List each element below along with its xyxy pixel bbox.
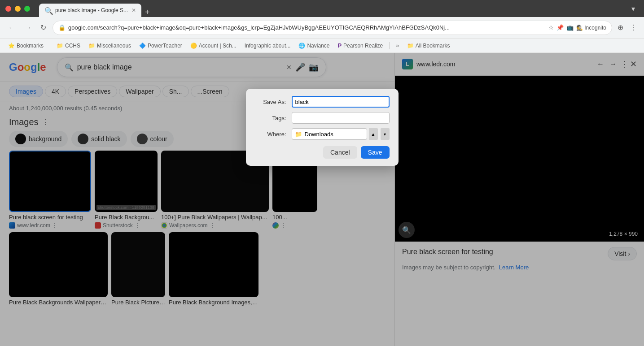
folder-icon: 📁 [57,43,63,49]
active-tab[interactable]: 🔍 pure black image - Google S... ✕ [39,4,141,17]
where-control: 📁 Downloads ▲ ▾ [292,128,390,140]
url-text: google.com/search?q=pure+black+image&oq=… [68,24,546,31]
page-content: Google 🔍 pure black image ✕ 🎤 📷 ⚙ ⠿ Sign… [0,53,644,346]
save-as-input[interactable] [292,96,390,108]
forward-button[interactable]: → [22,22,34,34]
nav-bar: ← → ↻ 🔒 google.com/search?q=pure+black+i… [0,17,644,39]
pearson-icon: P [337,42,342,49]
address-bar[interactable]: 🔒 google.com/search?q=pure+black+image&o… [53,21,612,35]
naviance-icon: 🌐 [298,43,305,49]
nav-icons: ⊕ ⋮ [616,22,639,34]
save-as-label: Save As: [255,99,286,105]
cancel-button[interactable]: Cancel [323,146,357,159]
all-bookmarks-icon: » [396,43,399,49]
tab-favicon: 🔍 [44,7,52,14]
bookmark-more-separator [389,42,390,49]
where-expand-button[interactable]: ▾ [381,128,390,140]
bookmark-powerteacher-label: PowerTeacher [148,43,182,49]
tags-input[interactable] [292,112,390,124]
extensions-button[interactable]: ⊕ [616,22,625,34]
minimize-traffic-light[interactable] [15,6,21,12]
new-tab-button[interactable]: + [141,8,153,17]
close-traffic-light[interactable] [5,6,11,12]
bookmark-label: Bookmarks [17,43,44,49]
extension-icon[interactable]: 📌 [556,24,564,31]
chrome-menu-button[interactable]: ⋮ [628,22,639,34]
bookmark-infographic[interactable]: Infographic about... [242,41,294,51]
save-dialog-overlay: Save As: Tags: Where: 📁 Downloads [0,53,644,346]
bookmarks-bar: ⭐ Bookmarks 📁 CCHS 📁 Miscellaneous 🔷 Pow… [0,39,644,53]
bookmark-pearson[interactable]: P Pearson Realize [335,41,386,51]
save-as-row: Save As: [255,96,390,108]
where-up-arrow[interactable]: ▲ [369,128,378,140]
bookmark-powerteacher[interactable]: 🔷 PowerTeacher [136,41,185,51]
maximize-traffic-light[interactable] [24,6,30,12]
cast-icon[interactable]: 📺 [566,24,574,31]
tab-close-button[interactable]: ✕ [131,7,136,13]
star-bookmark-icon: ⭐ [8,43,15,49]
bookmark-cchs[interactable]: 📁 CCHS [54,41,83,51]
where-value: Downloads [305,131,333,138]
tabs-bar: 🔍 pure black image - Google S... ✕ + [39,0,624,17]
traffic-lights [5,6,30,12]
bookmark-account[interactable]: 🟡 Account | Sch... [188,41,239,51]
folder-misc-icon: 📁 [88,43,95,49]
save-dialog: Save As: Tags: Where: 📁 Downloads [246,89,399,166]
where-label: Where: [255,131,286,138]
tags-label: Tags: [255,115,286,121]
bookmark-naviance[interactable]: 🌐 Naviance [296,41,332,51]
where-row: Where: 📁 Downloads ▲ ▾ [255,128,390,140]
bookmark-all[interactable]: » [393,41,402,51]
bookmark-bookmarks[interactable]: ⭐ Bookmarks [5,41,46,51]
star-icon[interactable]: ☆ [548,24,554,31]
bookmark-naviance-label: Naviance [307,43,329,49]
lock-icon: 🔒 [58,24,66,31]
dialog-buttons: Cancel Save [255,146,390,159]
tags-row: Tags: [255,112,390,124]
account-icon: 🟡 [190,43,197,49]
bookmark-pearson-label: Pearson Realize [343,43,383,49]
bookmark-misc[interactable]: 📁 Miscellaneous [86,41,134,51]
bookmark-infographic-label: Infographic about... [245,43,291,49]
bookmark-account-label: Account | Sch... [199,43,237,49]
incognito-label: 🕵 Incognito [576,25,606,31]
folder-dropdown-icon: 📁 [295,131,302,138]
bookmark-separator [50,42,50,49]
chrome-browser: 🔍 pure black image - Google S... ✕ + ▾ ←… [0,0,644,346]
bookmark-all-bookmarks[interactable]: 📁 All Bookmarks [404,41,453,51]
where-dropdown[interactable]: 📁 Downloads [292,128,367,140]
sis-icon: 🔷 [139,43,146,49]
tab-dropdown-button[interactable]: ▾ [628,4,639,13]
back-button[interactable]: ← [5,22,18,34]
bookmark-all-label: All Bookmarks [416,43,450,49]
title-bar: 🔍 pure black image - Google S... ✕ + ▾ [0,0,644,17]
google-page: Google 🔍 pure black image ✕ 🎤 📷 ⚙ ⠿ Sign… [0,53,644,346]
bookmark-cchs-label: CCHS [65,43,80,49]
bookmark-misc-label: Miscellaneous [97,43,131,49]
folder-all-icon: 📁 [407,43,414,49]
save-button[interactable]: Save [361,146,390,159]
tab-title: pure black image - Google S... [55,7,128,13]
reload-button[interactable]: ↻ [38,22,49,34]
